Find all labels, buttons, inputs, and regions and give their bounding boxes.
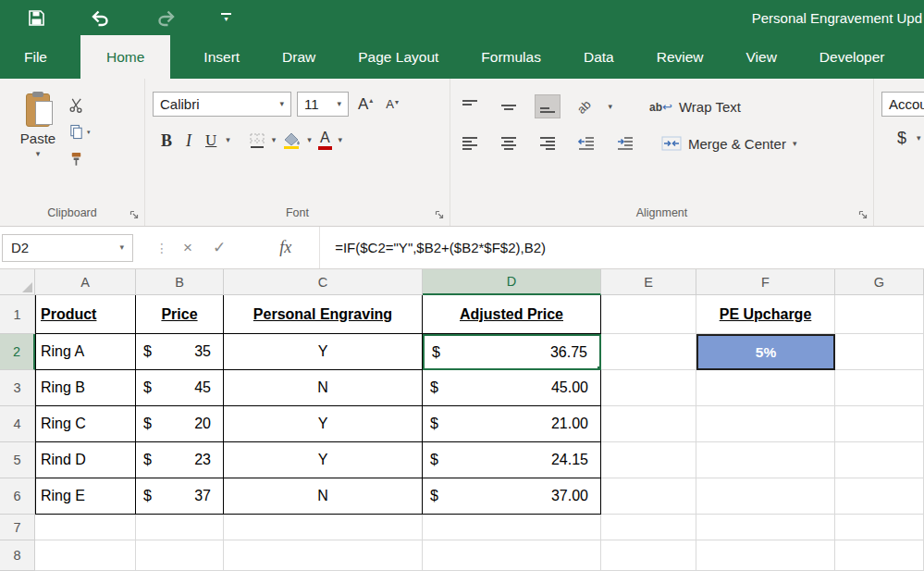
cell-C5[interactable]: Y (224, 442, 423, 478)
cell-F2[interactable]: 5% (696, 334, 835, 370)
redo-icon[interactable] (155, 8, 177, 27)
decrease-font-size-button[interactable]: A ▾ (382, 96, 402, 112)
cell-A1[interactable]: Product (35, 295, 136, 334)
top-align-button[interactable] (458, 95, 482, 118)
tab-review[interactable]: Review (647, 35, 713, 79)
accounting-format-button[interactable]: $ (893, 128, 911, 148)
underline-caret-icon[interactable]: ▾ (226, 136, 230, 144)
tab-insert[interactable]: Insert (194, 35, 249, 79)
column-header-B[interactable]: B (136, 269, 224, 295)
borders-caret-icon[interactable]: ▾ (272, 136, 277, 144)
clipboard-dialog-launcher-icon[interactable] (128, 208, 141, 221)
paste-button[interactable]: Paste ▾ (7, 92, 68, 202)
paste-caret-icon[interactable]: ▾ (36, 150, 41, 158)
cell-F6[interactable] (696, 478, 835, 515)
copy-button[interactable]: ▾ (68, 122, 91, 141)
cell-G7[interactable] (835, 515, 924, 540)
font-name-select[interactable]: Calibri ▾ (153, 92, 291, 117)
cell-G1[interactable] (835, 295, 924, 334)
underline-button[interactable]: U (201, 130, 221, 150)
undo-icon[interactable] (90, 8, 111, 27)
formula-bar-grip-icon[interactable]: ⋮ (155, 241, 168, 255)
cell-G2[interactable] (835, 334, 924, 370)
row-header-4[interactable]: 4 (0, 406, 35, 442)
cut-button[interactable] (68, 95, 91, 114)
cell-D2[interactable]: $36.75 (423, 334, 601, 370)
bottom-align-button[interactable] (536, 95, 560, 118)
cell-F7[interactable] (696, 515, 835, 540)
merge-center-caret-icon[interactable]: ▾ (793, 140, 797, 148)
cell-F4[interactable] (696, 406, 835, 442)
font-name-caret-icon[interactable]: ▾ (274, 100, 284, 108)
font-size-select[interactable]: 11 ▾ (297, 92, 349, 117)
orientation-button[interactable]: ab (574, 97, 593, 117)
customize-quick-access-icon[interactable]: ▾ (221, 13, 231, 23)
cell-D5[interactable]: $24.15 (423, 442, 601, 478)
font-size-caret-icon[interactable]: ▾ (331, 100, 341, 108)
middle-align-button[interactable] (497, 95, 521, 118)
fill-color-button[interactable] (280, 130, 302, 151)
cell-G6[interactable] (835, 478, 924, 515)
bold-button[interactable]: B (156, 130, 177, 151)
cell-E5[interactable] (601, 442, 696, 478)
cancel-icon[interactable]: × (183, 239, 192, 257)
cell-G4[interactable] (835, 406, 924, 442)
align-right-button[interactable] (536, 132, 560, 155)
tab-file[interactable]: File (15, 35, 56, 79)
name-box[interactable]: D2 ▾ (2, 234, 133, 262)
orientation-caret-icon[interactable]: ▾ (608, 103, 612, 111)
save-icon[interactable] (28, 9, 45, 27)
cell-F8[interactable] (696, 540, 835, 571)
cell-A3[interactable]: Ring B (35, 370, 136, 406)
cell-D3[interactable]: $45.00 (423, 370, 601, 406)
cell-A8[interactable] (35, 540, 136, 571)
name-box-caret-icon[interactable]: ▾ (119, 243, 124, 252)
tab-data[interactable]: Data (574, 35, 623, 79)
alignment-dialog-launcher-icon[interactable] (856, 208, 869, 221)
cell-B5[interactable]: $23 (136, 442, 224, 478)
row-header-8[interactable]: 8 (0, 540, 35, 571)
column-header-D[interactable]: D (423, 269, 601, 295)
accounting-caret-icon[interactable]: ▾ (917, 134, 921, 143)
italic-button[interactable]: I (181, 130, 196, 151)
fill-color-caret-icon[interactable]: ▾ (307, 136, 312, 144)
column-header-A[interactable]: A (35, 269, 136, 295)
cell-D8[interactable] (423, 540, 601, 571)
cell-C4[interactable]: Y (224, 406, 423, 442)
cell-D7[interactable] (423, 515, 601, 540)
column-header-G[interactable]: G (835, 269, 924, 295)
cell-E6[interactable] (601, 478, 696, 515)
cell-F5[interactable] (696, 442, 835, 478)
tab-home[interactable]: Home (80, 35, 170, 79)
cell-B8[interactable] (136, 540, 224, 571)
font-dialog-launcher-icon[interactable] (433, 208, 446, 221)
cell-D4[interactable]: $21.00 (423, 406, 601, 442)
cell-C3[interactable]: N (224, 370, 423, 406)
cell-F1[interactable]: PE Upcharge (696, 295, 835, 334)
tab-developer[interactable]: Developer (810, 35, 894, 79)
cell-C1[interactable]: Personal Engraving (224, 295, 423, 334)
cell-C7[interactable] (224, 515, 423, 540)
cell-B2[interactable]: $35 (136, 334, 224, 370)
increase-font-size-button[interactable]: A ▴ (354, 94, 376, 114)
tab-draw[interactable]: Draw (273, 35, 325, 79)
merge-center-button[interactable]: Merge & Center ▾ (661, 136, 796, 152)
tab-view[interactable]: View (737, 35, 786, 79)
cell-D1[interactable]: Adjusted Price (423, 295, 601, 334)
increase-indent-button[interactable] (613, 133, 637, 154)
row-header-6[interactable]: 6 (0, 478, 35, 515)
cell-B7[interactable] (136, 515, 224, 540)
cell-G3[interactable] (835, 370, 924, 406)
align-left-button[interactable] (458, 132, 482, 155)
formula-input[interactable]: =IF($C2="Y",$B2+($B2*$F$2),B2) (319, 227, 546, 268)
row-header-1[interactable]: 1 (0, 295, 35, 334)
row-header-7[interactable]: 7 (0, 515, 35, 540)
cell-C2[interactable]: Y (224, 334, 423, 370)
column-header-F[interactable]: F (696, 269, 835, 295)
cell-D6[interactable]: $37.00 (423, 478, 601, 515)
format-painter-button[interactable] (68, 149, 91, 168)
cell-G8[interactable] (835, 540, 924, 571)
cell-E8[interactable] (601, 540, 696, 571)
cell-A2[interactable]: Ring A (35, 334, 136, 370)
cell-A4[interactable]: Ring C (35, 406, 136, 442)
